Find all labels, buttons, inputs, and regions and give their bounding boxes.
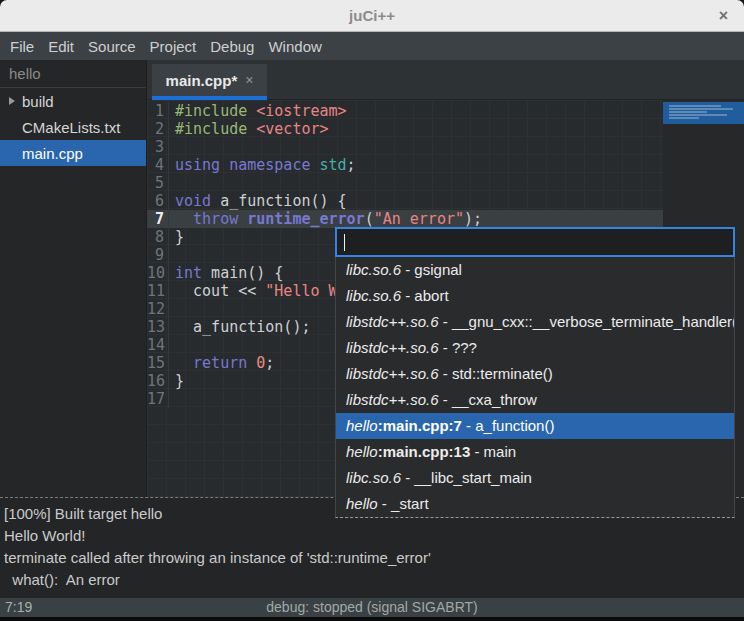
- overview-highlight: [663, 102, 744, 124]
- code-line[interactable]: 6void a_function() {: [147, 192, 663, 210]
- debug-status-text: debug: stopped (signal SIGABRT): [0, 599, 744, 615]
- tab-close-icon[interactable]: ×: [245, 72, 253, 88]
- line-number[interactable]: 8: [147, 228, 169, 246]
- line-number[interactable]: 5: [147, 174, 169, 192]
- tree-item-label: CMakeLists.txt: [22, 119, 120, 136]
- terminal-line: terminate called after throwing an insta…: [4, 547, 740, 569]
- backtrace-item[interactable]: libc.so.6 - gsignal: [336, 257, 734, 283]
- window-title: juCi++: [349, 7, 395, 24]
- line-number[interactable]: 11: [147, 282, 169, 300]
- backtrace-filter-input[interactable]: [335, 227, 735, 257]
- backtrace-item[interactable]: hello:main.cpp:13 - main: [336, 439, 734, 465]
- code-line[interactable]: 1#include <iostream>: [147, 102, 663, 120]
- sidebar-item-build[interactable]: build: [0, 88, 146, 114]
- line-number[interactable]: 17: [147, 390, 169, 408]
- line-number[interactable]: 9: [147, 246, 169, 264]
- project-name-header: hello: [0, 60, 146, 88]
- backtrace-item[interactable]: libc.so.6 - abort: [336, 283, 734, 309]
- code-line[interactable]: 4using namespace std;: [147, 156, 663, 174]
- line-number[interactable]: 4: [147, 156, 169, 174]
- line-number[interactable]: 2: [147, 120, 169, 138]
- line-number[interactable]: 7: [147, 210, 169, 228]
- backtrace-popup: libc.so.6 - gsignallibc.so.6 - abortlibs…: [335, 227, 735, 518]
- menu-item-file[interactable]: File: [3, 34, 41, 59]
- line-number[interactable]: 13: [147, 318, 169, 336]
- terminal-line: what(): An error: [4, 569, 740, 591]
- menu-item-source[interactable]: Source: [81, 34, 143, 59]
- line-number[interactable]: 6: [147, 192, 169, 210]
- backtrace-item[interactable]: hello:main.cpp:7 - a_function(): [336, 413, 734, 439]
- menubar: FileEditSourceProjectDebugWindow: [0, 32, 744, 60]
- line-number[interactable]: 1: [147, 102, 169, 120]
- sidebar-item-cmakelists-txt[interactable]: CMakeLists.txt: [0, 114, 146, 140]
- code-line[interactable]: 2#include <vector>: [147, 120, 663, 138]
- status-bar: 7:19 debug: stopped (signal SIGABRT): [0, 598, 744, 617]
- backtrace-item[interactable]: libstdc++.so.6 - __cxa_throw: [336, 387, 734, 413]
- line-number[interactable]: 3: [147, 138, 169, 156]
- backtrace-item[interactable]: libstdc++.so.6 - __gnu_cxx::__verbose_te…: [336, 309, 734, 335]
- window-close-icon[interactable]: ×: [719, 6, 728, 26]
- backtrace-list: libc.so.6 - gsignallibc.so.6 - abortlibs…: [335, 257, 735, 518]
- code-line[interactable]: 3: [147, 138, 663, 156]
- backtrace-item[interactable]: libstdc++.so.6 - ???: [336, 335, 734, 361]
- tab-label: main.cpp*: [166, 72, 238, 89]
- menu-item-project[interactable]: Project: [143, 34, 204, 59]
- line-number[interactable]: 15: [147, 354, 169, 372]
- menu-item-edit[interactable]: Edit: [41, 34, 81, 59]
- tab-bar: main.cpp* ×: [147, 60, 744, 100]
- titlebar[interactable]: juCi++ ×: [0, 0, 744, 32]
- file-tree-sidebar: hello buildCMakeLists.txtmain.cpp: [0, 60, 147, 497]
- line-number[interactable]: 14: [147, 336, 169, 354]
- window-bottom-edge: [0, 617, 744, 621]
- line-number[interactable]: 10: [147, 264, 169, 282]
- juci-window: juCi++ × FileEditSourceProjectDebugWindo…: [0, 0, 744, 621]
- tree-item-label: build: [22, 93, 54, 110]
- tree-item-label: main.cpp: [22, 145, 83, 162]
- line-number[interactable]: 16: [147, 372, 169, 390]
- backtrace-item[interactable]: hello - _start: [336, 491, 734, 517]
- code-line[interactable]: 5: [147, 174, 663, 192]
- backtrace-item[interactable]: libstdc++.so.6 - std::terminate(): [336, 361, 734, 387]
- expander-arrow-icon[interactable]: [9, 97, 15, 105]
- menu-item-window[interactable]: Window: [261, 34, 328, 59]
- sidebar-item-main-cpp[interactable]: main.cpp: [0, 140, 146, 166]
- terminal-line: Hello World!: [4, 525, 740, 547]
- line-number[interactable]: 12: [147, 300, 169, 318]
- menu-item-debug[interactable]: Debug: [203, 34, 261, 59]
- tab-main-cpp[interactable]: main.cpp* ×: [152, 64, 267, 100]
- code-line[interactable]: 7 throw runtime_error("An error");: [147, 210, 663, 228]
- text-caret: [344, 234, 345, 251]
- backtrace-item[interactable]: libc.so.6 - __libc_start_main: [336, 465, 734, 491]
